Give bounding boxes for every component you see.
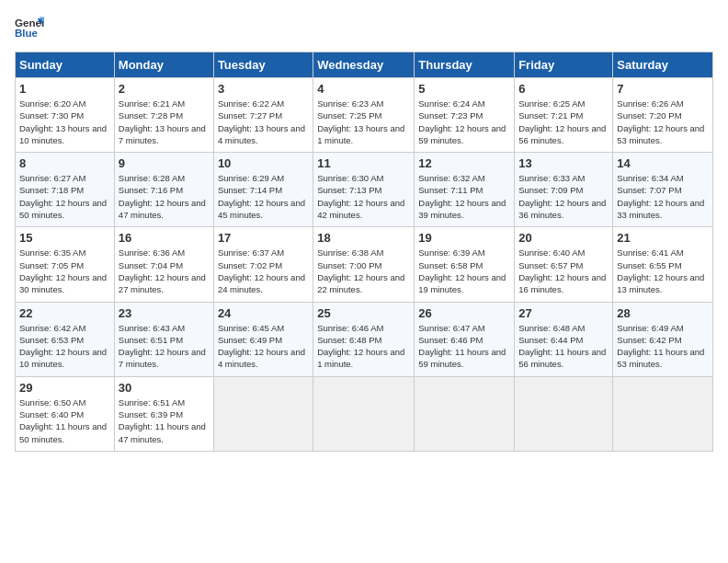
table-row bbox=[415, 376, 515, 451]
day-info: Sunrise: 6:34 AMSunset: 7:07 PMDaylight:… bbox=[617, 173, 704, 220]
day-info: Sunrise: 6:49 AMSunset: 6:42 PMDaylight:… bbox=[617, 323, 704, 370]
day-number: 13 bbox=[518, 156, 609, 170]
calendar-row: 15 Sunrise: 6:35 AMSunset: 7:05 PMDaylig… bbox=[16, 227, 713, 302]
day-info: Sunrise: 6:38 AMSunset: 7:00 PMDaylight:… bbox=[317, 247, 404, 294]
day-number: 2 bbox=[119, 82, 210, 96]
day-number: 22 bbox=[19, 306, 110, 320]
day-number: 21 bbox=[617, 231, 709, 245]
col-sunday: Sunday bbox=[16, 52, 115, 78]
table-row: 12 Sunrise: 6:32 AMSunset: 7:11 PMDaylig… bbox=[415, 153, 515, 227]
logo: General Blue bbox=[15, 15, 44, 40]
day-number: 4 bbox=[317, 82, 410, 96]
day-number: 6 bbox=[518, 82, 609, 96]
day-info: Sunrise: 6:36 AMSunset: 7:04 PMDaylight:… bbox=[119, 247, 206, 294]
calendar-table: Sunday Monday Tuesday Wednesday Thursday… bbox=[15, 52, 713, 452]
day-number: 26 bbox=[418, 306, 510, 320]
day-info: Sunrise: 6:46 AMSunset: 6:48 PMDaylight:… bbox=[317, 323, 404, 370]
table-row: 3 Sunrise: 6:22 AMSunset: 7:27 PMDayligh… bbox=[213, 78, 313, 153]
col-tuesday: Tuesday bbox=[213, 52, 313, 78]
day-number: 8 bbox=[19, 156, 110, 170]
day-number: 24 bbox=[218, 306, 309, 320]
calendar-row: 29 Sunrise: 6:50 AMSunset: 6:40 PMDaylig… bbox=[16, 376, 713, 451]
day-info: Sunrise: 6:40 AMSunset: 6:57 PMDaylight:… bbox=[518, 247, 606, 294]
table-row bbox=[213, 376, 313, 451]
day-info: Sunrise: 6:22 AMSunset: 7:27 PMDaylight:… bbox=[218, 98, 305, 145]
day-number: 18 bbox=[317, 231, 410, 245]
day-number: 15 bbox=[19, 231, 110, 245]
table-row: 4 Sunrise: 6:23 AMSunset: 7:25 PMDayligh… bbox=[313, 78, 415, 153]
day-info: Sunrise: 6:33 AMSunset: 7:09 PMDaylight:… bbox=[518, 173, 606, 220]
day-info: Sunrise: 6:48 AMSunset: 6:44 PMDaylight:… bbox=[518, 323, 606, 370]
svg-text:Blue: Blue bbox=[15, 28, 39, 39]
day-info: Sunrise: 6:24 AMSunset: 7:23 PMDaylight:… bbox=[418, 98, 506, 145]
table-row: 17 Sunrise: 6:37 AMSunset: 7:02 PMDaylig… bbox=[213, 227, 313, 302]
table-row: 9 Sunrise: 6:28 AMSunset: 7:16 PMDayligh… bbox=[114, 153, 213, 227]
table-row bbox=[515, 376, 613, 451]
day-info: Sunrise: 6:39 AMSunset: 6:58 PMDaylight:… bbox=[418, 247, 506, 294]
day-number: 5 bbox=[418, 82, 510, 96]
day-number: 20 bbox=[518, 231, 609, 245]
table-row: 21 Sunrise: 6:41 AMSunset: 6:55 PMDaylig… bbox=[613, 227, 713, 302]
day-info: Sunrise: 6:30 AMSunset: 7:13 PMDaylight:… bbox=[317, 173, 404, 220]
table-row: 16 Sunrise: 6:36 AMSunset: 7:04 PMDaylig… bbox=[114, 227, 213, 302]
table-row: 18 Sunrise: 6:38 AMSunset: 7:00 PMDaylig… bbox=[313, 227, 415, 302]
day-number: 1 bbox=[19, 82, 110, 96]
table-row: 2 Sunrise: 6:21 AMSunset: 7:28 PMDayligh… bbox=[114, 78, 213, 153]
col-monday: Monday bbox=[114, 52, 213, 78]
table-row: 5 Sunrise: 6:24 AMSunset: 7:23 PMDayligh… bbox=[415, 78, 515, 153]
day-info: Sunrise: 6:43 AMSunset: 6:51 PMDaylight:… bbox=[119, 323, 206, 370]
day-info: Sunrise: 6:42 AMSunset: 6:53 PMDaylight:… bbox=[19, 323, 107, 370]
day-info: Sunrise: 6:21 AMSunset: 7:28 PMDaylight:… bbox=[119, 98, 206, 145]
table-row: 13 Sunrise: 6:33 AMSunset: 7:09 PMDaylig… bbox=[515, 153, 613, 227]
day-info: Sunrise: 6:51 AMSunset: 6:39 PMDaylight:… bbox=[119, 397, 206, 444]
col-friday: Friday bbox=[515, 52, 613, 78]
day-info: Sunrise: 6:26 AMSunset: 7:20 PMDaylight:… bbox=[617, 98, 704, 145]
day-number: 10 bbox=[218, 156, 309, 170]
day-info: Sunrise: 6:29 AMSunset: 7:14 PMDaylight:… bbox=[218, 173, 305, 220]
table-row: 26 Sunrise: 6:47 AMSunset: 6:46 PMDaylig… bbox=[415, 302, 515, 376]
table-row: 15 Sunrise: 6:35 AMSunset: 7:05 PMDaylig… bbox=[16, 227, 115, 302]
day-number: 28 bbox=[617, 306, 709, 320]
logo-icon: General Blue bbox=[15, 15, 44, 40]
day-number: 3 bbox=[218, 82, 309, 96]
table-row: 30 Sunrise: 6:51 AMSunset: 6:39 PMDaylig… bbox=[114, 376, 213, 451]
day-number: 19 bbox=[418, 231, 510, 245]
table-row bbox=[613, 376, 713, 451]
calendar-row: 22 Sunrise: 6:42 AMSunset: 6:53 PMDaylig… bbox=[16, 302, 713, 376]
day-number: 25 bbox=[317, 306, 410, 320]
day-info: Sunrise: 6:37 AMSunset: 7:02 PMDaylight:… bbox=[218, 247, 305, 294]
page-header: General Blue bbox=[15, 15, 713, 40]
day-info: Sunrise: 6:50 AMSunset: 6:40 PMDaylight:… bbox=[19, 397, 107, 444]
day-info: Sunrise: 6:25 AMSunset: 7:21 PMDaylight:… bbox=[518, 98, 606, 145]
table-row: 28 Sunrise: 6:49 AMSunset: 6:42 PMDaylig… bbox=[613, 302, 713, 376]
day-info: Sunrise: 6:28 AMSunset: 7:16 PMDaylight:… bbox=[119, 173, 206, 220]
day-number: 12 bbox=[418, 156, 510, 170]
day-info: Sunrise: 6:35 AMSunset: 7:05 PMDaylight:… bbox=[19, 247, 107, 294]
day-number: 14 bbox=[617, 156, 709, 170]
day-info: Sunrise: 6:20 AMSunset: 7:30 PMDaylight:… bbox=[19, 98, 107, 145]
day-number: 9 bbox=[119, 156, 210, 170]
day-info: Sunrise: 6:45 AMSunset: 6:49 PMDaylight:… bbox=[218, 323, 305, 370]
day-number: 29 bbox=[19, 381, 110, 395]
table-row: 1 Sunrise: 6:20 AMSunset: 7:30 PMDayligh… bbox=[16, 78, 115, 153]
table-row: 19 Sunrise: 6:39 AMSunset: 6:58 PMDaylig… bbox=[415, 227, 515, 302]
col-thursday: Thursday bbox=[415, 52, 515, 78]
calendar-row: 1 Sunrise: 6:20 AMSunset: 7:30 PMDayligh… bbox=[16, 78, 713, 153]
table-row: 14 Sunrise: 6:34 AMSunset: 7:07 PMDaylig… bbox=[613, 153, 713, 227]
day-number: 17 bbox=[218, 231, 309, 245]
calendar-body: 1 Sunrise: 6:20 AMSunset: 7:30 PMDayligh… bbox=[16, 78, 713, 452]
day-info: Sunrise: 6:27 AMSunset: 7:18 PMDaylight:… bbox=[19, 173, 107, 220]
day-info: Sunrise: 6:47 AMSunset: 6:46 PMDaylight:… bbox=[418, 323, 506, 370]
day-number: 7 bbox=[617, 82, 709, 96]
col-wednesday: Wednesday bbox=[313, 52, 415, 78]
table-row: 22 Sunrise: 6:42 AMSunset: 6:53 PMDaylig… bbox=[16, 302, 115, 376]
table-row: 23 Sunrise: 6:43 AMSunset: 6:51 PMDaylig… bbox=[114, 302, 213, 376]
table-row: 25 Sunrise: 6:46 AMSunset: 6:48 PMDaylig… bbox=[313, 302, 415, 376]
table-row: 27 Sunrise: 6:48 AMSunset: 6:44 PMDaylig… bbox=[515, 302, 613, 376]
table-row: 20 Sunrise: 6:40 AMSunset: 6:57 PMDaylig… bbox=[515, 227, 613, 302]
col-saturday: Saturday bbox=[613, 52, 713, 78]
table-row: 6 Sunrise: 6:25 AMSunset: 7:21 PMDayligh… bbox=[515, 78, 613, 153]
day-info: Sunrise: 6:32 AMSunset: 7:11 PMDaylight:… bbox=[418, 173, 506, 220]
table-row: 10 Sunrise: 6:29 AMSunset: 7:14 PMDaylig… bbox=[213, 153, 313, 227]
day-info: Sunrise: 6:23 AMSunset: 7:25 PMDaylight:… bbox=[317, 98, 404, 145]
